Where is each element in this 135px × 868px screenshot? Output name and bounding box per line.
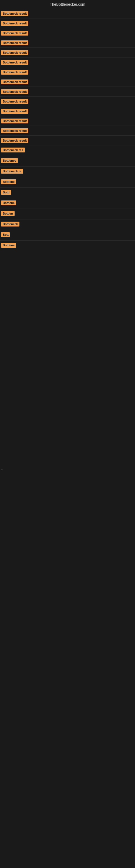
bottleneck-badge-22[interactable]: Bottleneck — [1, 222, 19, 226]
bottleneck-badge-17[interactable]: Bottleneck re — [1, 169, 23, 174]
bottleneck-item-3: Bottleneck result — [0, 28, 135, 38]
bottleneck-badge-1[interactable]: Bottleneck result — [1, 11, 28, 16]
bottleneck-badge-14[interactable]: Bottleneck result — [1, 138, 28, 143]
bottleneck-badge-18[interactable]: Bottlene — [1, 179, 16, 184]
bottleneck-item-2: Bottleneck result — [0, 19, 135, 28]
bottleneck-badge-7[interactable]: Bottleneck result — [1, 70, 28, 74]
bottleneck-item-7: Bottleneck result — [0, 67, 135, 77]
bottleneck-item-18: Bottlene — [0, 177, 135, 188]
bottleneck-item-11: Bottleneck result — [0, 106, 135, 116]
bottleneck-item-21: Bottlen — [0, 209, 135, 219]
bottleneck-badge-23[interactable]: Bott — [1, 232, 10, 237]
bottleneck-badge-8[interactable]: Bottleneck result — [1, 80, 28, 84]
page-wrapper: TheBottlenecker.com Bottleneck resultBot… — [0, 0, 135, 471]
bottleneck-badge-15[interactable]: Bottleneck res — [1, 148, 25, 152]
bottleneck-item-24: Bottlene — [0, 241, 135, 251]
bottleneck-badge-2[interactable]: Bottleneck result — [1, 21, 28, 26]
items-container: Bottleneck resultBottleneck resultBottle… — [0, 8, 135, 251]
bottleneck-badge-24[interactable]: Bottlene — [1, 243, 16, 248]
site-title: TheBottlenecker.com — [0, 0, 135, 8]
bottleneck-badge-20[interactable]: Bottlene — [1, 200, 16, 205]
bottleneck-item-6: Bottleneck result — [0, 58, 135, 67]
bottleneck-badge-13[interactable]: Bottleneck result — [1, 128, 28, 133]
footer-label: 0 — [1, 468, 135, 471]
bottleneck-item-4: Bottleneck result — [0, 38, 135, 48]
bottleneck-item-23: Bott — [0, 230, 135, 241]
bottleneck-item-20: Bottlene — [0, 198, 135, 209]
bottleneck-item-15: Bottleneck res — [0, 145, 135, 156]
bottleneck-item-5: Bottleneck result — [0, 48, 135, 58]
bottleneck-item-19: Bottl — [0, 188, 135, 198]
bottleneck-badge-5[interactable]: Bottleneck result — [1, 50, 28, 55]
bottleneck-item-22: Bottleneck — [0, 219, 135, 230]
site-header: TheBottlenecker.com — [0, 0, 135, 8]
bottleneck-badge-16[interactable]: Bottlenec — [1, 158, 18, 163]
bottleneck-badge-6[interactable]: Bottleneck result — [1, 60, 28, 65]
bottleneck-item-16: Bottlenec — [0, 156, 135, 166]
bottleneck-item-14: Bottleneck result — [0, 135, 135, 145]
bottleneck-item-10: Bottleneck result — [0, 97, 135, 106]
bottleneck-badge-10[interactable]: Bottleneck result — [1, 99, 28, 104]
bottleneck-item-13: Bottleneck result — [0, 126, 135, 135]
bottleneck-item-12: Bottleneck result — [0, 116, 135, 126]
bottleneck-badge-4[interactable]: Bottleneck result — [1, 40, 28, 45]
bottleneck-badge-9[interactable]: Bottleneck result — [1, 89, 28, 94]
bottleneck-item-9: Bottleneck result — [0, 87, 135, 97]
bottleneck-item-1: Bottleneck result — [0, 9, 135, 19]
bottleneck-badge-21[interactable]: Bottlen — [1, 211, 14, 216]
bottleneck-item-17: Bottleneck re — [0, 166, 135, 177]
bottleneck-badge-3[interactable]: Bottleneck result — [1, 31, 28, 35]
bottleneck-badge-19[interactable]: Bottl — [1, 190, 11, 195]
bottleneck-badge-12[interactable]: Bottleneck result — [1, 119, 28, 123]
bottleneck-badge-11[interactable]: Bottleneck result — [1, 109, 28, 114]
footer-area: 0 — [0, 468, 135, 471]
bottleneck-item-8: Bottleneck result — [0, 77, 135, 87]
